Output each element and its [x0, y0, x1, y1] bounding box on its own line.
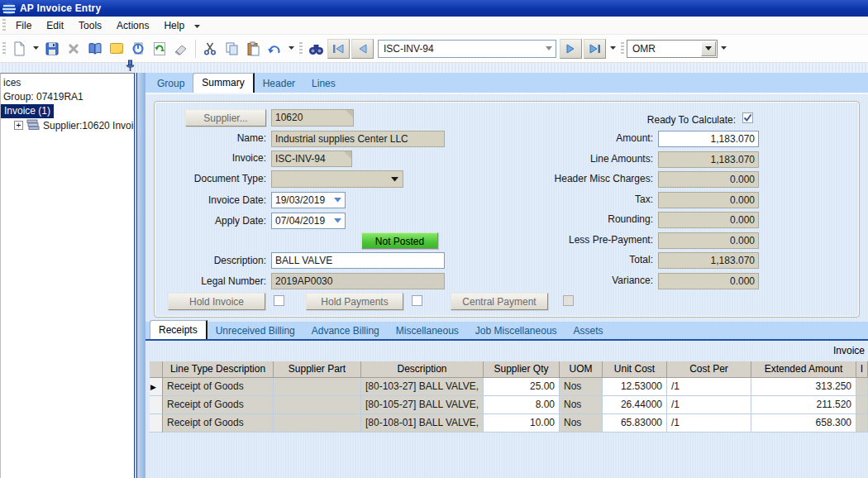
col-supplier-qty[interactable]: Supplier Qty: [484, 361, 560, 378]
row-selector-cell[interactable]: [150, 396, 163, 414]
rounding-field: 0.000: [658, 212, 759, 228]
record-combo-chevron-icon[interactable]: [542, 46, 556, 50]
toolbar-overflow-chevron-icon[interactable]: [285, 38, 297, 60]
line-amounts-field: 1,183.070: [658, 151, 759, 168]
previous-record-button[interactable]: [351, 39, 374, 59]
supplier-qty-cell[interactable]: 10.00: [484, 414, 560, 433]
new-dropdown-chevron-icon[interactable]: [30, 38, 41, 60]
unit-cost-cell[interactable]: 26.44000: [603, 396, 667, 414]
line-type-cell: Receipt of Goods: [163, 378, 274, 396]
tab-miscellaneous[interactable]: Miscellaneous: [388, 323, 467, 340]
unit-cost-cell[interactable]: 65.83000: [603, 414, 667, 433]
hold-payments-checkbox[interactable]: [412, 295, 422, 306]
menu-actions[interactable]: Actions: [109, 17, 156, 34]
copy-icon[interactable]: [221, 38, 242, 60]
pin-icon[interactable]: [126, 60, 135, 72]
line-amounts-label: Line Amounts:: [455, 153, 653, 165]
tab-assets[interactable]: Assets: [565, 323, 612, 340]
cost-per-cell[interactable]: /1: [667, 378, 751, 396]
tab-summary[interactable]: Summary: [193, 73, 254, 93]
cost-per-cell[interactable]: /1: [667, 396, 751, 414]
supplier-qty-cell[interactable]: 25.00: [484, 378, 560, 396]
delete-icon[interactable]: [63, 38, 84, 60]
tab-lines[interactable]: Lines: [303, 75, 344, 93]
record-selector-combo[interactable]: ISC-INV-94: [378, 40, 556, 58]
memo-icon[interactable]: [106, 38, 127, 60]
search-icon[interactable]: [305, 38, 327, 60]
first-record-button[interactable]: [327, 39, 350, 59]
undo-icon[interactable]: [264, 38, 285, 60]
refresh-icon[interactable]: [149, 38, 170, 60]
attachment-icon[interactable]: [127, 38, 149, 60]
table-row[interactable]: Receipt of Goods [80-105-27] BALL VALVE,…: [150, 396, 868, 414]
menu-file[interactable]: File: [8, 17, 39, 34]
book-icon[interactable]: [84, 38, 106, 60]
extended-amount-cell[interactable]: 211.520: [751, 396, 856, 414]
nav-overflow-chevron-icon[interactable]: [607, 38, 618, 60]
clipped-cell: [856, 414, 868, 433]
menu-edit[interactable]: Edit: [39, 17, 71, 34]
col-uom[interactable]: UOM: [560, 361, 603, 378]
menu-overflow-chevron-icon[interactable]: [193, 22, 201, 29]
hold-payments-button[interactable]: Hold Payments: [306, 293, 403, 310]
tree-node-group[interactable]: Group: 07419RA1: [3, 91, 83, 103]
supplier-button[interactable]: Supplier...: [185, 109, 266, 127]
menubar-grip-handle[interactable]: [2, 19, 6, 32]
paste-icon[interactable]: [242, 38, 264, 60]
tab-header[interactable]: Header: [255, 75, 303, 93]
cut-icon[interactable]: [199, 38, 221, 60]
toolbar-grip-handle-2[interactable]: [299, 42, 303, 55]
document-type-combo[interactable]: [271, 170, 403, 188]
col-supplier-part[interactable]: Supplier Part: [274, 361, 361, 378]
tab-unreceived-billing[interactable]: Unreceived Billing: [207, 323, 303, 340]
currency-combo[interactable]: OMR: [627, 40, 718, 58]
table-row[interactable]: Receipt of Goods [80-108-01] BALL VALVE,…: [150, 414, 868, 433]
last-record-button[interactable]: [584, 39, 606, 59]
cost-per-cell[interactable]: /1: [667, 414, 751, 433]
tree-node-invoice-selected[interactable]: Invoice (1): [1, 104, 54, 118]
ready-to-calculate-checkbox[interactable]: [742, 112, 753, 123]
col-line-type-description[interactable]: Line Type Description: [163, 361, 274, 378]
hold-invoice-button[interactable]: Hold Invoice: [168, 293, 265, 310]
row-selector-cell[interactable]: ▶: [150, 378, 163, 396]
unit-cost-cell[interactable]: 12.53000: [603, 378, 667, 396]
row-selector-cell[interactable]: [150, 414, 163, 433]
tab-advance-billing[interactable]: Advance Billing: [303, 323, 388, 340]
save-icon[interactable]: [41, 38, 63, 60]
currency-overflow-chevron-icon[interactable]: [718, 38, 729, 60]
col-extended-amount[interactable]: Extended Amount: [751, 361, 856, 378]
central-payment-button[interactable]: Central Payment: [451, 293, 548, 310]
app-icon: [2, 2, 17, 15]
amount-field[interactable]: 1,183.070: [658, 131, 759, 147]
less-pre-payment-label: Less Pre-Payment:: [455, 234, 653, 246]
invoice-field: ISC-INV-94: [271, 151, 352, 167]
invoice-label: Invoice:: [124, 152, 266, 164]
invoice-date-chevron-icon[interactable]: [331, 192, 344, 208]
menu-tools[interactable]: Tools: [71, 17, 109, 34]
central-payment-checkbox[interactable]: [563, 295, 574, 306]
table-row[interactable]: ▶ Receipt of Goods [80-103-27] BALL VALV…: [150, 378, 868, 396]
extended-amount-cell[interactable]: 313.250: [751, 378, 856, 396]
tree-node-supplier[interactable]: Supplier:10620 Invoic: [43, 120, 138, 131]
eraser-icon[interactable]: [170, 38, 192, 60]
supplier-qty-cell[interactable]: 8.00: [484, 396, 560, 414]
col-unit-cost[interactable]: Unit Cost: [603, 361, 667, 378]
tab-group[interactable]: Group: [149, 75, 193, 93]
menu-help[interactable]: Help: [156, 17, 192, 34]
document-type-chevron-icon[interactable]: [387, 170, 402, 188]
new-document-icon[interactable]: [8, 38, 30, 60]
tab-job-miscellaneous[interactable]: Job Miscellaneous: [467, 323, 565, 340]
tab-receipts[interactable]: Receipts: [150, 320, 207, 340]
tree-node-invoices[interactable]: ices: [3, 77, 21, 88]
col-cost-per[interactable]: Cost Per: [667, 361, 751, 378]
extended-amount-cell[interactable]: 658.300: [751, 414, 856, 433]
description-field[interactable]: BALL VALVE: [271, 252, 445, 269]
toolbar-grip-handle[interactable]: [2, 42, 6, 55]
hold-invoice-checkbox[interactable]: [274, 295, 284, 306]
tree-expander-plus-icon[interactable]: +: [14, 121, 23, 130]
toolbar-grip-handle-3[interactable]: [621, 42, 624, 55]
apply-date-chevron-icon[interactable]: [331, 213, 344, 229]
col-description[interactable]: Description: [361, 361, 484, 378]
next-record-button[interactable]: [560, 39, 582, 59]
currency-combo-chevron-icon[interactable]: [701, 41, 716, 56]
